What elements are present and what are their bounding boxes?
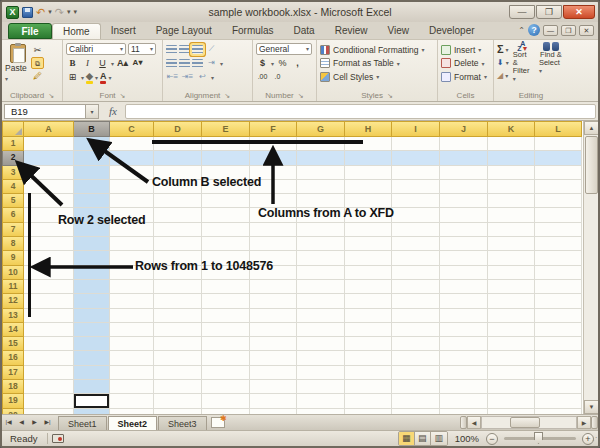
cell-K18[interactable] [488,380,535,394]
cell-I9[interactable] [392,251,440,265]
cell-L3[interactable] [535,166,582,180]
select-all-corner[interactable] [2,121,24,137]
align-right-icon[interactable] [192,59,203,68]
cell-B9[interactable] [74,251,110,265]
page-break-view-icon[interactable]: ▥ [431,432,447,445]
copy-button[interactable]: ⧉ [31,57,44,69]
cell-J18[interactable] [440,380,488,394]
cell-J19[interactable] [440,394,488,408]
cell-A16[interactable] [24,351,74,365]
cell-G13[interactable] [297,309,345,323]
cell-G14[interactable] [297,323,345,337]
cell-E14[interactable] [202,323,250,337]
cell-A15[interactable] [24,337,74,351]
tab-page-layout[interactable]: Page Layout [146,23,222,39]
cell-G15[interactable] [297,337,345,351]
cell-L12[interactable] [535,294,582,308]
cell-K15[interactable] [488,337,535,351]
row-header-14[interactable]: 14 [2,323,24,337]
percent-button[interactable]: % [276,57,289,69]
row-header-10[interactable]: 10 [2,266,24,280]
cell-H17[interactable] [345,366,392,380]
italic-button[interactable]: I [81,57,94,69]
cell-C19[interactable] [110,394,154,408]
cell-K14[interactable] [488,323,535,337]
cell-I8[interactable] [392,237,440,251]
cell-G11[interactable] [297,280,345,294]
cell-J15[interactable] [440,337,488,351]
bold-button[interactable]: B [66,57,79,69]
merge-dropdown-icon[interactable]: ▾ [220,60,223,67]
cell-B3[interactable] [74,166,110,180]
fill-icon[interactable]: ⬇ [497,58,504,67]
cell-F7[interactable] [250,223,297,237]
cell-I17[interactable] [392,366,440,380]
name-box-dropdown-icon[interactable]: ▾ [86,104,99,119]
tab-view[interactable]: View [377,23,419,39]
cell-J9[interactable] [440,251,488,265]
cell-H2[interactable] [345,151,392,165]
minimize-button[interactable]: — [509,5,535,19]
format-as-table-button[interactable]: Format as Table▾ [320,57,434,71]
cell-E11[interactable] [202,280,250,294]
column-header-a[interactable]: A [24,121,74,137]
scroll-down-icon[interactable]: ▼ [584,400,598,414]
cell-H20[interactable] [345,409,392,414]
decrease-decimal-button[interactable]: .0 [271,71,284,83]
row-header-8[interactable]: 8 [2,237,24,251]
orientation-icon[interactable]: ⟋ [205,43,218,55]
cell-D13[interactable] [154,309,202,323]
alignment-dialog-launcher-icon[interactable]: ↘ [224,91,230,101]
middle-align-icon[interactable] [179,45,190,54]
cell-E8[interactable] [202,237,250,251]
underline-dropdown-icon[interactable]: ▾ [111,60,114,67]
cell-I5[interactable] [392,194,440,208]
cell-J17[interactable] [440,366,488,380]
zoom-level[interactable]: 100% [452,433,482,444]
shrink-font-button[interactable]: A▾ [131,57,144,69]
tab-developer[interactable]: Developer [419,23,485,39]
cell-K4[interactable] [488,180,535,194]
cell-C16[interactable] [110,351,154,365]
cell-K7[interactable] [488,223,535,237]
font-color-button[interactable]: A [100,71,107,84]
cell-G9[interactable] [297,251,345,265]
cell-D8[interactable] [154,237,202,251]
cell-H11[interactable] [345,280,392,294]
cell-A18[interactable] [24,380,74,394]
cell-F2[interactable] [250,151,297,165]
cell-J16[interactable] [440,351,488,365]
cell-A12[interactable] [24,294,74,308]
cell-C14[interactable] [110,323,154,337]
macro-record-icon[interactable] [52,434,64,443]
cell-B5[interactable] [74,194,110,208]
cell-H9[interactable] [345,251,392,265]
column-header-f[interactable]: F [250,121,297,137]
cell-G17[interactable] [297,366,345,380]
cell-I6[interactable] [392,208,440,222]
cell-H8[interactable] [345,237,392,251]
cell-G2[interactable] [297,151,345,165]
cell-J20[interactable] [440,409,488,414]
font-size-combo[interactable]: 11▾ [128,43,156,55]
tab-file[interactable]: File [8,23,52,39]
last-sheet-icon[interactable]: ▶| [41,416,54,429]
cell-L2[interactable] [535,151,582,165]
cell-G1[interactable] [297,137,345,151]
sheet-tab-sheet3[interactable]: Sheet3 [158,416,207,431]
cell-H12[interactable] [345,294,392,308]
row-header-9[interactable]: 9 [2,251,24,265]
cell-I16[interactable] [392,351,440,365]
sheet-tab-sheet2[interactable]: Sheet2 [108,416,158,431]
cell-L19[interactable] [535,394,582,408]
cell-E17[interactable] [202,366,250,380]
cell-A10[interactable] [24,266,74,280]
row-header-19[interactable]: 19 [2,394,24,408]
cell-D5[interactable] [154,194,202,208]
cell-C8[interactable] [110,237,154,251]
cell-K10[interactable] [488,266,535,280]
cell-I3[interactable] [392,166,440,180]
row-header-18[interactable]: 18 [2,380,24,394]
cell-G4[interactable] [297,180,345,194]
row-header-1[interactable]: 1 [2,137,24,151]
